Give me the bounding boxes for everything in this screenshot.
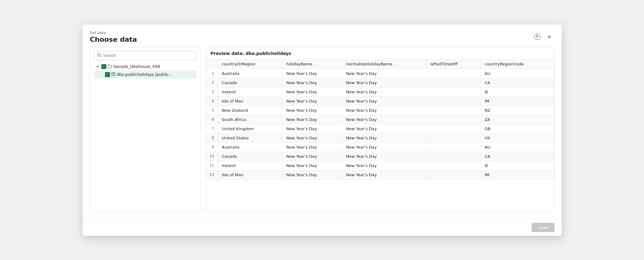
cell-isPaidTimeOff bbox=[427, 96, 481, 106]
cell-rownum: 12 bbox=[206, 170, 218, 179]
cell-countryOrRegion: South Africa bbox=[218, 115, 283, 124]
cell-countryOrRegion: New Zealand bbox=[218, 106, 283, 115]
cell-holidayName: New Year's Day bbox=[282, 152, 342, 161]
cell-countryOrRegion: Isle of Man bbox=[218, 96, 283, 106]
choose-data-title: Choose data bbox=[90, 36, 137, 43]
dialog-body: ▾ Sample_lakehouse_448 bbox=[83, 47, 562, 219]
cell-holidayName: New Year's Day bbox=[282, 142, 342, 152]
cell-rownum: 9 bbox=[206, 142, 218, 152]
cell-countryRegionCode: IM bbox=[481, 170, 554, 179]
cell-isPaidTimeOff bbox=[427, 69, 481, 78]
cell-holidayName: New Year's Day bbox=[282, 106, 342, 115]
folder-icon bbox=[107, 64, 112, 69]
help-button[interactable]: ? bbox=[532, 32, 542, 42]
cell-rownum: 2 bbox=[206, 78, 218, 87]
cell-normalizeHolidayName: New Year's Day bbox=[342, 78, 426, 87]
cell-countryOrRegion: Canada bbox=[218, 152, 283, 161]
cell-countryRegionCode: AU bbox=[481, 69, 554, 78]
cell-rownum: 11 bbox=[206, 161, 218, 170]
cell-normalizeHolidayName: New Year's Day bbox=[342, 170, 426, 179]
cell-countryRegionCode: IM bbox=[481, 96, 554, 106]
tree-root-item[interactable]: ▾ Sample_lakehouse_448 bbox=[94, 63, 197, 71]
chevron-down-icon: ▾ bbox=[95, 64, 100, 68]
cell-rownum: 1 bbox=[206, 69, 218, 78]
search-box[interactable] bbox=[94, 51, 197, 60]
col-isPaidTimeOff: isPaidTimeOff bbox=[427, 59, 481, 69]
cell-rownum: 3 bbox=[206, 87, 218, 96]
child-label: dbo.publicholidays [public... bbox=[117, 72, 173, 77]
cell-normalizeHolidayName: New Year's Day bbox=[342, 124, 426, 133]
cell-countryOrRegion: Australia bbox=[218, 69, 283, 78]
cell-rownum: 7 bbox=[206, 124, 218, 133]
load-button[interactable]: Load bbox=[532, 223, 554, 232]
cell-isPaidTimeOff bbox=[427, 133, 481, 142]
get-data-label: Get data bbox=[90, 31, 137, 35]
tree-section: ▾ Sample_lakehouse_448 bbox=[94, 63, 197, 79]
cell-countryOrRegion: Ireland bbox=[218, 87, 283, 96]
cell-normalizeHolidayName: New Year's Day bbox=[342, 133, 426, 142]
cell-isPaidTimeOff bbox=[427, 152, 481, 161]
cell-normalizeHolidayName: New Year's Day bbox=[342, 161, 426, 170]
cell-rownum: 10 bbox=[206, 152, 218, 161]
search-input[interactable] bbox=[103, 53, 193, 58]
close-button[interactable]: ✕ bbox=[544, 32, 554, 42]
col-rownum bbox=[206, 59, 218, 69]
table-row: 5 New Zealand New Year's Day New Year's … bbox=[206, 106, 554, 115]
cell-countryOrRegion: Australia bbox=[218, 142, 283, 152]
cell-isPaidTimeOff bbox=[427, 124, 481, 133]
root-checkbox[interactable] bbox=[101, 64, 106, 69]
col-countryRegionCode: countryRegionCode bbox=[481, 59, 554, 69]
cell-countryOrRegion: United Kingdom bbox=[218, 124, 283, 133]
cell-holidayName: New Year's Day bbox=[282, 78, 342, 87]
preview-table-container[interactable]: countryOrRegion holidayName normalizeHol… bbox=[206, 59, 554, 211]
cell-holidayName: New Year's Day bbox=[282, 115, 342, 124]
table-row: 10 Canada New Year's Day New Year's Day … bbox=[206, 152, 554, 161]
dialog-title-area: Get data Choose data bbox=[90, 31, 137, 43]
preview-header: Preview data: dbo.publicholidays bbox=[206, 47, 554, 59]
cell-isPaidTimeOff bbox=[427, 78, 481, 87]
cell-countryOrRegion: United States bbox=[218, 133, 283, 142]
tree-child-item[interactable]: dbo.publicholidays [public... bbox=[94, 71, 197, 79]
cell-countryOrRegion: Ireland bbox=[218, 161, 283, 170]
cell-countryRegionCode: CA bbox=[481, 152, 554, 161]
left-panel: ▾ Sample_lakehouse_448 bbox=[90, 47, 201, 211]
cell-countryRegionCode: ZA bbox=[481, 115, 554, 124]
cell-holidayName: New Year's Day bbox=[282, 69, 342, 78]
cell-normalizeHolidayName: New Year's Day bbox=[342, 96, 426, 106]
help-icon: ? bbox=[534, 34, 540, 40]
cell-countryRegionCode: NZ bbox=[481, 106, 554, 115]
table-row: 1 Australia New Year's Day New Year's Da… bbox=[206, 69, 554, 78]
cell-countryRegionCode: CA bbox=[481, 78, 554, 87]
cell-isPaidTimeOff bbox=[427, 115, 481, 124]
table-row: 2 Canada New Year's Day New Year's Day C… bbox=[206, 78, 554, 87]
table-row: 3 Ireland New Year's Day New Year's Day … bbox=[206, 87, 554, 96]
search-icon bbox=[97, 53, 101, 58]
cell-holidayName: New Year's Day bbox=[282, 124, 342, 133]
cell-holidayName: New Year's Day bbox=[282, 96, 342, 106]
cell-normalizeHolidayName: New Year's Day bbox=[342, 69, 426, 78]
table-row: 7 United Kingdom New Year's Day New Year… bbox=[206, 124, 554, 133]
cell-holidayName: New Year's Day bbox=[282, 161, 342, 170]
dialog-controls: ? ✕ bbox=[532, 32, 554, 42]
svg-rect-2 bbox=[111, 72, 115, 76]
preview-table: countryOrRegion holidayName normalizeHol… bbox=[206, 59, 554, 180]
cell-isPaidTimeOff bbox=[427, 106, 481, 115]
cell-normalizeHolidayName: New Year's Day bbox=[342, 142, 426, 152]
col-normalizeHolidayName: normalizeHolidayName bbox=[342, 59, 426, 69]
cell-holidayName: New Year's Day bbox=[282, 133, 342, 142]
child-checkbox[interactable] bbox=[105, 72, 110, 77]
cell-countryRegionCode: IE bbox=[481, 87, 554, 96]
cell-isPaidTimeOff bbox=[427, 170, 481, 179]
table-row: 6 South Africa New Year's Day New Year's… bbox=[206, 115, 554, 124]
cell-normalizeHolidayName: New Year's Day bbox=[342, 106, 426, 115]
cell-countryRegionCode: IE bbox=[481, 161, 554, 170]
table-row: 12 Isle of Man New Year's Day New Year's… bbox=[206, 170, 554, 179]
cell-countryRegionCode: US bbox=[481, 133, 554, 142]
col-holidayName: holidayName bbox=[282, 59, 342, 69]
cell-countryOrRegion: Isle of Man bbox=[218, 170, 283, 179]
table-row: 9 Australia New Year's Day New Year's Da… bbox=[206, 142, 554, 152]
cell-rownum: 8 bbox=[206, 133, 218, 142]
cell-countryOrRegion: Canada bbox=[218, 78, 283, 87]
table-row: 8 United States New Year's Day New Year'… bbox=[206, 133, 554, 142]
cell-rownum: 6 bbox=[206, 115, 218, 124]
